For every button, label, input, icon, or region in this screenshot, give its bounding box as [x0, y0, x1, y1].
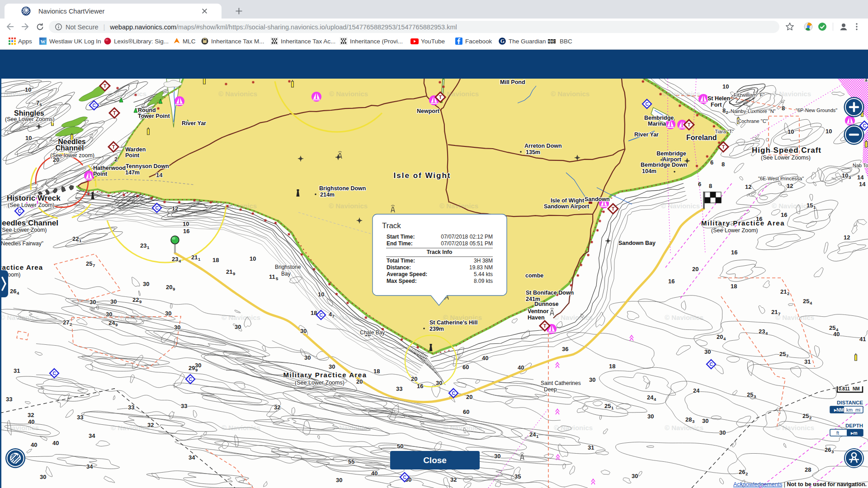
svg-text:3H 38M: 3H 38M — [474, 258, 493, 264]
svg-text:© Navionics: © Navionics — [111, 424, 150, 432]
svg-text:DEPTH: DEPTH — [845, 423, 863, 428]
svg-text:© Navionics: © Navionics — [0, 424, 39, 432]
svg-text:Saint Catherines: Saint Catherines — [541, 380, 581, 386]
svg-text:50: 50 — [397, 443, 403, 450]
svg-text:19.83 NM: 19.83 NM — [469, 264, 493, 271]
svg-text:Fort: Fort — [711, 102, 722, 108]
svg-text:Acknowledgements | Not to be u: Acknowledgements | Not to be used for na… — [733, 481, 867, 488]
svg-text:5: 5 — [276, 276, 278, 281]
svg-text:30: 30 — [329, 363, 335, 370]
svg-text:(See Lower Zooms): (See Lower Zooms) — [761, 155, 811, 161]
svg-text:"Needles Fairway": "Needles Fairway" — [0, 240, 43, 247]
svg-text:25: 25 — [86, 260, 92, 267]
svg-text:9: 9 — [173, 286, 175, 291]
svg-text:24: 24 — [693, 387, 700, 394]
svg-text:40: 40 — [518, 364, 524, 371]
svg-text:1: 1 — [79, 238, 82, 243]
svg-text:104m: 104m — [642, 168, 656, 174]
svg-text:Historic Wreck: Historic Wreck — [7, 194, 61, 202]
svg-text:21: 21 — [191, 254, 198, 261]
svg-text:30: 30 — [589, 376, 595, 383]
svg-text:10: 10 — [826, 128, 832, 135]
svg-text:30: 30 — [174, 324, 180, 331]
svg-text:30: 30 — [719, 429, 726, 436]
svg-text:147m: 147m — [125, 169, 140, 176]
svg-text:G: G — [500, 38, 505, 44]
svg-text:9: 9 — [139, 299, 142, 304]
svg-text:40: 40 — [52, 440, 59, 446]
svg-text:07/07/2018 02:12 PM: 07/07/2018 02:12 PM — [441, 234, 493, 240]
svg-text:Track Info: Track Info — [427, 249, 453, 255]
svg-text:214m: 214m — [320, 192, 335, 198]
svg-text:© Navionics: © Navionics — [329, 202, 368, 210]
svg-text:St Catherine's Hill: St Catherine's Hill — [429, 319, 477, 326]
svg-text:© Navionics: © Navionics — [554, 424, 593, 432]
svg-text:River Yar: River Yar — [634, 131, 659, 138]
svg-text:C: C — [403, 475, 406, 480]
svg-text:8: 8 — [782, 105, 785, 112]
svg-text:Tennyson Down: Tennyson Down — [126, 163, 169, 169]
svg-text:© Navionics: © Navionics — [107, 202, 146, 210]
svg-text:"6P-New Grounds": "6P-New Grounds" — [796, 108, 837, 113]
svg-text:23: 23 — [140, 242, 146, 249]
svg-text:mi: mi — [855, 407, 860, 413]
svg-text:36: 36 — [562, 346, 568, 352]
svg-text:30: 30 — [647, 413, 654, 420]
svg-text:DISTANCE: DISTANCE — [837, 400, 863, 405]
svg-text:© Navionics: © Navionics — [218, 202, 257, 210]
svg-text:Point: Point — [93, 171, 108, 177]
svg-text:2: 2 — [809, 415, 811, 420]
svg-text:27: 27 — [63, 319, 69, 326]
svg-text:High Speed Craft: High Speed Craft — [752, 146, 821, 155]
svg-text:▸NM: ▸NM — [834, 407, 844, 413]
svg-text:16: 16 — [731, 249, 737, 256]
svg-text:T: T — [113, 110, 116, 116]
svg-text:30: 30 — [304, 354, 311, 361]
svg-text:1: 1 — [536, 434, 539, 439]
svg-text:20: 20 — [411, 375, 417, 382]
svg-text:© Navionics: © Navionics — [772, 202, 811, 210]
svg-text:End Time:: End Time: — [387, 240, 413, 247]
svg-text:C: C — [319, 313, 322, 318]
svg-text:C: C — [18, 209, 21, 214]
svg-text:km: km — [846, 407, 853, 413]
svg-text:C: C — [863, 123, 866, 128]
svg-text:8: 8 — [722, 107, 726, 114]
svg-text:B: B — [548, 40, 550, 43]
svg-text:Sandown Airport: Sandown Airport — [544, 203, 590, 210]
svg-text:3: 3 — [831, 449, 834, 454]
svg-text:10: 10 — [183, 221, 189, 227]
svg-text:© Navionics: © Navionics — [222, 314, 260, 321]
svg-text:© Navionics: © Navionics — [554, 314, 593, 321]
svg-text:30: 30 — [300, 328, 307, 334]
svg-text:40: 40 — [833, 331, 840, 338]
svg-text:11: 11 — [269, 273, 275, 280]
svg-text:7: 7 — [786, 353, 788, 358]
svg-text:Tiara "T": Tiara "T" — [715, 129, 734, 134]
svg-text:12: 12 — [172, 205, 178, 212]
svg-text:4: 4 — [765, 331, 768, 336]
svg-text:River Yar: River Yar — [182, 120, 206, 127]
svg-text:ft: ft — [836, 430, 839, 436]
svg-text:5.44 kts: 5.44 kts — [474, 271, 493, 277]
svg-text:4: 4 — [654, 397, 656, 402]
svg-text:C: C — [189, 377, 192, 382]
svg-text:31: 31 — [14, 367, 20, 374]
svg-text:33: 33 — [6, 396, 12, 403]
svg-text:Sandown Bay: Sandown Bay — [618, 240, 656, 246]
svg-text:10: 10 — [722, 83, 729, 90]
svg-text:2: 2 — [726, 110, 728, 115]
svg-text:C: C — [645, 102, 648, 107]
svg-text:26: 26 — [739, 469, 745, 475]
svg-text:(See Lower Zoom): (See Lower Zoom) — [711, 227, 758, 234]
svg-text:16: 16 — [668, 278, 675, 285]
svg-text:30: 30 — [110, 298, 117, 305]
svg-text:2: 2 — [114, 156, 118, 163]
svg-text:10: 10 — [318, 291, 324, 298]
svg-text:239m: 239m — [429, 326, 444, 332]
svg-text:Channel: Channel — [55, 144, 84, 152]
svg-text:Newport: Newport — [417, 108, 440, 114]
svg-text:1: 1 — [813, 205, 816, 210]
svg-text:Marina: Marina — [648, 121, 666, 127]
svg-text:7: 7 — [93, 263, 95, 268]
